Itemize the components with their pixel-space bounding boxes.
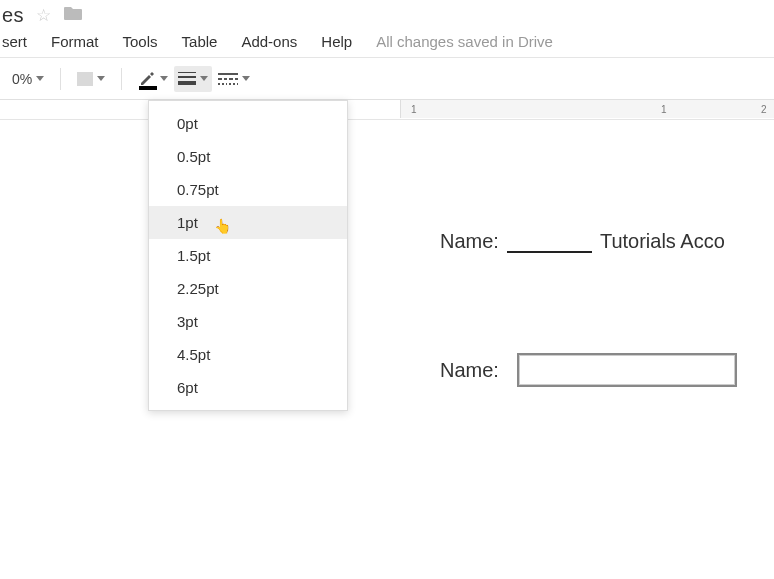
menu-tools[interactable]: Tools [111,31,170,52]
color-underline [139,86,157,90]
document-line: Name: [440,353,774,387]
fill-swatch-icon [77,72,93,86]
zoom-dropdown[interactable]: 0% [8,66,48,92]
border-width-option[interactable]: 1pt [149,206,347,239]
star-icon[interactable]: ☆ [36,5,51,26]
chevron-down-icon [36,76,44,81]
border-color-button[interactable] [134,66,172,92]
menu-addons[interactable]: Add-ons [229,31,309,52]
border-dash-button[interactable] [214,66,254,92]
border-width-option[interactable]: 0.75pt [149,173,347,206]
field-value: Tutorials Acco [600,230,725,253]
border-width-option[interactable]: 4.5pt [149,338,347,371]
save-status: All changes saved in Drive [364,33,553,50]
chevron-down-icon [97,76,105,81]
ruler-tick: 1 [661,104,667,115]
fill-color-button[interactable] [73,66,109,92]
chevron-down-icon [200,76,208,81]
toolbar: 0% [0,58,774,100]
cursor-pointer-icon: 👆 [214,218,231,234]
border-width-option[interactable]: 6pt [149,371,347,404]
border-width-button[interactable] [174,66,212,92]
border-width-option[interactable]: 0pt [149,107,347,140]
toolbar-separator [60,68,61,90]
border-width-option[interactable]: 0.5pt [149,140,347,173]
ruler-tick: 1 [411,104,417,115]
border-width-option[interactable]: 1.5pt [149,239,347,272]
menu-bar: sert Format Tools Table Add-ons Help All… [0,28,774,58]
chevron-down-icon [242,76,250,81]
document-page[interactable]: Name: Tutorials Acco Name: [400,120,774,579]
menu-insert[interactable]: sert [0,31,39,52]
field-label: Name: [440,230,499,253]
toolbar-separator [121,68,122,90]
menu-help[interactable]: Help [309,31,364,52]
border-width-option[interactable]: 3pt [149,305,347,338]
border-width-option[interactable]: 2.25pt [149,272,347,305]
document-title[interactable]: es [0,4,24,27]
ruler-tray: 1 1 2 [400,100,774,118]
menu-format[interactable]: Format [39,31,111,52]
title-bar: es ☆ [0,0,774,28]
chevron-down-icon [160,76,168,81]
zoom-value: 0% [12,71,32,87]
line-weight-icon [178,72,196,86]
folder-icon[interactable] [63,5,83,26]
border-width-dropdown: 0pt 0.5pt 0.75pt 1pt 1.5pt 2.25pt 3pt 4.… [148,100,348,411]
border-dash-icon [218,73,238,85]
underline-blank [507,233,592,253]
ruler[interactable]: 1 1 2 [0,100,774,120]
ruler-tick: 2 [761,104,767,115]
field-label: Name: [440,359,499,382]
table-cell[interactable] [517,353,737,387]
document-line: Name: Tutorials Acco [440,230,774,253]
menu-table[interactable]: Table [170,31,230,52]
